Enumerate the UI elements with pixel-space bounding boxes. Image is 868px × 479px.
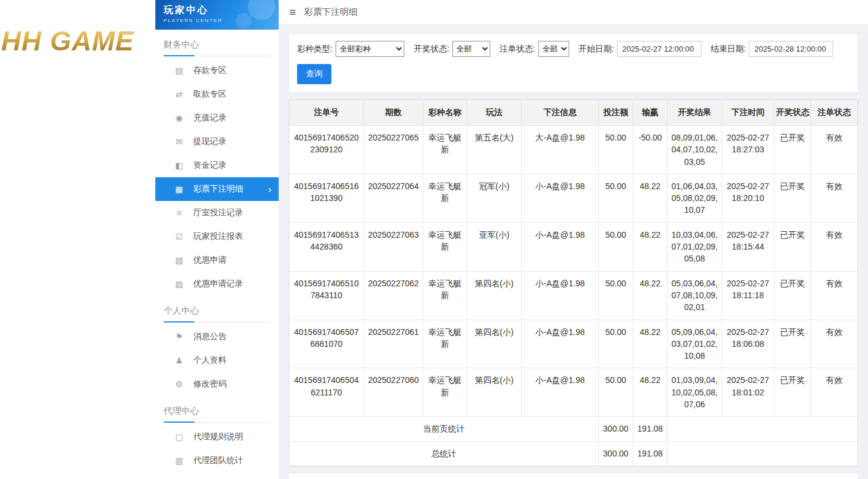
- user-icon: ♟: [174, 356, 184, 365]
- bets-table-panel: 注单号 期数 彩种名称 玩法 下注信息 投注额 输赢 开奖结果 下注时间 开奖状…: [288, 99, 859, 467]
- bell-icon: ⚑: [174, 332, 184, 341]
- cell-lottery: 幸运飞艇新: [423, 368, 467, 417]
- cell-bet-info: 小-A盘@1.98: [522, 320, 599, 368]
- sidebar-item-label: 修改密码: [193, 379, 226, 389]
- cell-draw-status: 已开奖: [774, 126, 811, 174]
- sidebar-item-label: 优惠申请记录: [193, 279, 243, 289]
- total-winloss-total: 191.08: [633, 441, 668, 465]
- sidebar-item-label: 资金记录: [193, 160, 226, 171]
- cell-bet-info: 小-A盘@1.98: [522, 222, 599, 271]
- cell-bet-time: 2025-02-27 18:27:03: [722, 126, 774, 174]
- cell-lottery: 幸运飞艇新: [423, 271, 467, 320]
- lottery-type-select[interactable]: 全部彩种: [336, 41, 404, 57]
- cell-order-no: 401569174065076881070: [289, 320, 364, 368]
- cell-bet-time: 2025-02-27 18:01:02: [722, 368, 774, 417]
- cell-result: 01,03,09,04,10,02,05,08,07,06: [668, 368, 722, 417]
- cell-period: 20250227065: [364, 126, 423, 174]
- header-winloss: 输赢: [633, 100, 668, 126]
- cell-order-status: 有效: [811, 126, 858, 174]
- total-bet-total: 300.00: [599, 441, 633, 465]
- sidebar-item-label: 取款专区: [193, 89, 226, 100]
- cell-bet-time: 2025-02-27 18:06:08: [722, 320, 774, 368]
- sidebar-item-promo-records[interactable]: ▨ 优惠申请记录: [155, 272, 279, 296]
- filter-lottery-type: 彩种类型: 全部彩种: [297, 41, 404, 57]
- section-agent-title: 代理中心: [164, 405, 270, 423]
- sidebar-item-label: 玩家投注报表: [193, 231, 243, 242]
- query-button[interactable]: 查询: [297, 64, 331, 84]
- cell-bet-info: 小-A盘@1.98: [522, 271, 599, 320]
- filter-start-date: 开始日期:: [579, 41, 701, 57]
- header-result: 开奖结果: [668, 100, 722, 126]
- cell-order-no: 401569174065202309120: [289, 126, 364, 174]
- cell-period: 20250227061: [364, 320, 423, 368]
- sidebar: 玩家中心 PLAYERS CENTER 财务中心 ▤ 存款专区 ⇄ 取款专区 ◉…: [155, 0, 279, 479]
- current-page-winloss-total: 191.08: [633, 417, 668, 441]
- cell-bet-amount: 50.00: [599, 222, 633, 271]
- cell-draw-status: 已开奖: [774, 320, 811, 368]
- table-header-row: 注单号 期数 彩种名称 玩法 下注信息 投注额 输赢 开奖结果 下注时间 开奖状…: [289, 100, 858, 126]
- draw-status-select[interactable]: 全部: [452, 41, 490, 57]
- cell-winloss: 48.22: [633, 320, 668, 368]
- stats-icon: ▥: [174, 456, 184, 465]
- sidebar-item-lottery-bet-details[interactable]: ▦ 彩票下注明细 ›: [155, 177, 279, 201]
- cell-result: 05,09,06,04,03,07,01,02,10,08: [668, 320, 722, 368]
- sidebar-item-profile[interactable]: ♟ 个人资料: [155, 349, 279, 372]
- mail-icon: ✉: [174, 137, 184, 146]
- cell-period: 20250227060: [364, 368, 423, 417]
- end-date-input[interactable]: [749, 41, 833, 57]
- sidebar-header: 玩家中心 PLAYERS CENTER: [155, 0, 279, 30]
- sidebar-item-hall-bet-records[interactable]: ≡ 厅室投注记录: [155, 201, 279, 225]
- coupon-record-icon: ▨: [174, 279, 184, 289]
- header-period: 期数: [364, 100, 423, 126]
- sidebar-item-agent-team-stats[interactable]: ▥ 代理团队统计: [155, 449, 279, 472]
- hamburger-menu-icon[interactable]: ≡: [289, 6, 296, 19]
- header-bet-info: 下注信息: [522, 100, 599, 126]
- sidebar-item-announcements[interactable]: ⚑ 消息公告: [155, 325, 279, 349]
- summary-row-total: 总统计 300.00 191.08: [289, 441, 858, 465]
- sidebar-item-label: 消息公告: [193, 331, 226, 342]
- sidebar-item-recharge-records[interactable]: ◉ 充值记录: [155, 106, 279, 130]
- cell-order-no: 401569174065161021390: [289, 174, 364, 222]
- sidebar-item-fund-records[interactable]: ◧ 资金记录: [155, 154, 279, 177]
- sidebar-item-withdraw[interactable]: ⇄ 取款专区: [155, 82, 279, 106]
- cell-draw-status: 已开奖: [774, 174, 811, 222]
- table-row: 401569174065134428360 20250227063 幸运飞艇新 …: [289, 222, 858, 271]
- section-personal-title: 个人中心: [164, 305, 270, 322]
- order-status-label: 注单状态:: [500, 44, 535, 55]
- sidebar-item-player-bet-report[interactable]: ☑ 玩家投注报表: [155, 225, 279, 248]
- cell-bet-amount: 50.00: [599, 271, 633, 320]
- cell-play: 第四名(小): [467, 368, 522, 417]
- cell-bet-time: 2025-02-27 18:20:10: [722, 174, 774, 222]
- bets-table: 注单号 期数 彩种名称 玩法 下注信息 投注额 输赢 开奖结果 下注时间 开奖状…: [289, 100, 858, 466]
- cell-result: 10,03,04,06,07,01,02,09,05,08: [668, 222, 722, 271]
- table-row: 401569174065202309120 20250227065 幸运飞艇新 …: [289, 126, 858, 174]
- page-title: 彩票下注明细: [304, 7, 358, 18]
- cell-order-status: 有效: [811, 271, 858, 320]
- records-icon: ≡: [174, 208, 184, 218]
- cell-result: 01,06,04,03,05,08,02,09,10,07: [668, 174, 722, 222]
- cell-play: 第四名(小): [467, 320, 522, 368]
- sidebar-item-deposit[interactable]: ▤ 存款专区: [155, 59, 279, 82]
- cell-bet-amount: 50.00: [599, 126, 633, 174]
- sidebar-item-change-password[interactable]: ⚙ 修改密码: [155, 372, 279, 396]
- order-status-select[interactable]: 全部: [538, 41, 569, 57]
- sidebar-item-withdraw-records[interactable]: ✉ 提现记录: [155, 130, 279, 154]
- cell-bet-info: 大-A盘@1.98: [522, 126, 599, 174]
- sidebar-item-agent-rules[interactable]: ▢ 代理规则说明: [155, 425, 279, 449]
- header-lottery: 彩种名称: [423, 100, 467, 126]
- draw-status-label: 开奖状态:: [414, 44, 449, 55]
- sidebar-item-promo-apply[interactable]: ▧ 优惠申请: [155, 248, 279, 272]
- coin-icon: ◉: [174, 113, 184, 123]
- cell-bet-time: 2025-02-27 18:15:44: [722, 222, 774, 271]
- list-icon: ▦: [174, 184, 184, 194]
- cell-result: 08,09,01,06,04,07,10,02,03,05: [668, 126, 722, 174]
- end-date-label: 结束日期:: [711, 44, 746, 55]
- cell-order-no: 401569174065107843110: [289, 271, 364, 320]
- sidebar-item-label: 厅室投注记录: [193, 207, 243, 218]
- current-page-bet-total: 300.00: [599, 417, 633, 441]
- header-bet-amount: 投注额: [599, 100, 633, 126]
- cell-lottery: 幸运飞艇新: [423, 320, 467, 368]
- cell-winloss: 48.22: [633, 222, 668, 271]
- header-bet-time: 下注时间: [722, 100, 774, 126]
- start-date-input[interactable]: [617, 41, 701, 57]
